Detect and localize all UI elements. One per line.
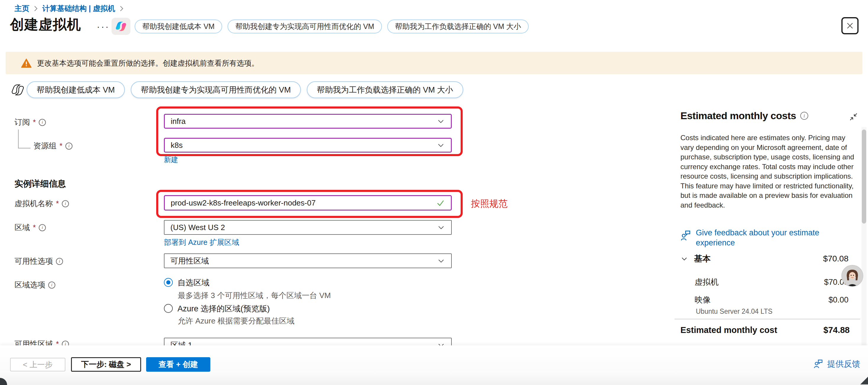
resource-group-dropdown[interactable]: k8s [164,138,452,153]
breadcrumb: 主页 计算基础结构 | 虚拟机 [14,4,124,13]
annotation-note: 按照规范 [471,197,508,210]
chevron-down-icon [437,117,445,125]
feedback-person-icon [680,229,692,242]
review-create-button[interactable]: 查看 + 创建 [146,357,210,372]
breadcrumb-virtual-machines[interactable]: 计算基础结构 | 虚拟机 [42,4,115,13]
vm-name-label: 虚拟机名称 [14,198,53,209]
availability-options-label: 可用性选项 [14,256,53,266]
vm-name-label-row: 虚拟机名称 * i [14,198,69,209]
scrollbar-thumb[interactable] [862,130,866,224]
copilot-button[interactable] [112,18,130,35]
info-icon[interactable]: i [62,200,69,207]
feedback-person-icon [813,359,824,369]
suggestion-low-cost-vm-button[interactable]: 帮助我创建低成本 VM [27,81,125,98]
zone-option-self-select-label: 自选区域 [178,278,210,287]
availability-zone-label: 可用性区域 [14,339,53,345]
subscription-value: infra [171,117,437,126]
cursor-artifact [860,377,868,384]
suggestion-right-vm-size-button[interactable]: 帮助我为工作负载选择正确的 VM 大小 [307,81,463,98]
previous-step-button[interactable]: < 上一步 [10,358,65,372]
cost-total-value: $74.88 [823,325,850,335]
resource-group-label: 资源组 [33,141,57,151]
info-icon[interactable]: i [39,224,46,231]
required-marker: * [56,199,59,208]
warning-banner: 更改基本选项可能会重置所做的选择。创建虚拟机前查看所有选项。 [6,52,862,74]
chevron-down-icon [437,223,445,231]
required-marker: * [59,141,62,151]
availability-zone-label-row: 可用性区域 * i [14,339,69,345]
estimate-feedback-text: Give feedback about your estimate experi… [696,228,838,248]
availability-zone-value: 区域 1 [170,340,437,346]
more-options-button[interactable]: ··· [97,21,110,32]
chevron-right-icon [119,5,124,12]
cost-group-label: 基本 [694,253,711,264]
suggestion-high-availability-vm-button[interactable]: 帮助我创建专为实现高可用性而优化的 VM [227,20,382,33]
cost-group-value: $70.08 [823,254,848,263]
create-new-resource-group-link[interactable]: 新建 [164,155,178,164]
tree-connector-line [18,130,30,149]
vm-name-value: prod-usw2-k8s-freeleaps-worker-nodes-07 [171,198,436,207]
info-icon[interactable]: i [65,142,72,150]
required-marker: * [56,340,59,345]
radio-unselected-icon[interactable] [164,304,173,313]
resource-group-value: k8s [171,141,437,150]
info-icon[interactable]: i [62,341,69,346]
cost-row-vm: 虚拟机 $70.08 [695,277,848,287]
cost-total-row: Estimated monthly cost $74.88 [680,325,850,335]
info-icon[interactable]: i [800,112,808,120]
cost-group-row[interactable]: 基本 $70.08 [680,253,848,264]
warning-text: 更改基本选项可能会重置所做的选择。创建虚拟机前查看所有选项。 [37,58,259,68]
chevron-down-icon[interactable] [680,255,688,263]
availability-options-value: 可用性区域 [170,256,437,266]
cost-panel-title: Estimated monthly costs [680,110,796,122]
subscription-dropdown[interactable]: infra [164,114,452,129]
info-icon[interactable]: i [48,282,55,289]
copilot-suggestions-top: 帮助我创建低成本 VM 帮助我创建专为实现高可用性而优化的 VM 帮助我为工作负… [134,20,529,33]
cost-row-value: $0.00 [828,295,848,304]
region-value: (US) West US 2 [170,223,437,232]
radio-selected-icon[interactable] [164,278,173,287]
close-icon [845,21,855,30]
availability-options-dropdown[interactable]: 可用性区域 [164,253,452,268]
chevron-down-icon [437,341,445,345]
zone-option-self-select[interactable]: 自选区域 [164,278,210,287]
info-icon[interactable]: i [39,119,46,126]
breadcrumb-home[interactable]: 主页 [14,4,29,13]
required-marker: * [33,118,36,127]
info-icon[interactable]: i [56,258,63,265]
valid-check-icon [436,198,445,207]
give-feedback-link[interactable]: 提供反馈 [813,358,860,370]
give-feedback-text: 提供反馈 [827,358,860,370]
region-label-row: 区域 * i [14,222,46,233]
cost-row-label: 映像 [695,294,711,305]
required-marker: * [33,223,36,232]
estimate-feedback-link[interactable]: Give feedback about your estimate experi… [680,228,838,248]
cost-total-label: Estimated monthly cost [680,325,777,335]
suggestion-right-vm-size-button[interactable]: 帮助我为工作负载选择正确的 VM 大小 [387,20,529,33]
resource-group-label-row: 资源组 * i [33,141,72,151]
close-button[interactable] [841,17,859,34]
availability-zone-dropdown[interactable]: 区域 1 [164,338,452,345]
zone-options-label: 区域选项 [14,280,45,290]
region-dropdown[interactable]: (US) West US 2 [164,220,452,235]
suggestion-low-cost-vm-button[interactable]: 帮助我创建低成本 VM [134,20,222,33]
collapse-panel-icon[interactable] [849,113,858,122]
chevron-down-icon [437,141,445,149]
copilot-suggestions-inline: 帮助我创建低成本 VM 帮助我创建专为实现高可用性而优化的 VM 帮助我为工作负… [27,81,463,98]
divider [675,319,860,319]
main-content: 主页 计算基础结构 | 虚拟机 创建虚拟机 ··· [0,0,868,345]
cost-panel-description: Costs indicated here are estimates only.… [680,133,855,210]
avatar[interactable] [841,265,863,287]
chevron-down-icon [437,257,445,265]
zone-option-azure-select[interactable]: Azure 选择的区域(预览版) [164,304,270,314]
chevron-right-icon [33,5,38,12]
vm-name-input[interactable]: prod-usw2-k8s-freeleaps-worker-nodes-07 [164,195,452,211]
next-step-disks-button[interactable]: 下一步: 磁盘 > [71,357,141,372]
cost-row-label: 虚拟机 [695,277,719,287]
warning-icon [21,58,32,68]
zone-option-azure-select-description: 允许 Azure 根据需要分配最佳区域 [178,316,294,326]
suggestion-high-availability-vm-button[interactable]: 帮助我创建专为实现高可用性而优化的 VM [131,81,301,98]
subscription-label: 订阅 [14,117,30,127]
deploy-extended-zone-link[interactable]: 部署到 Azure 扩展区域 [164,237,239,247]
zone-option-azure-select-label: Azure 选择的区域(预览版) [178,304,270,314]
